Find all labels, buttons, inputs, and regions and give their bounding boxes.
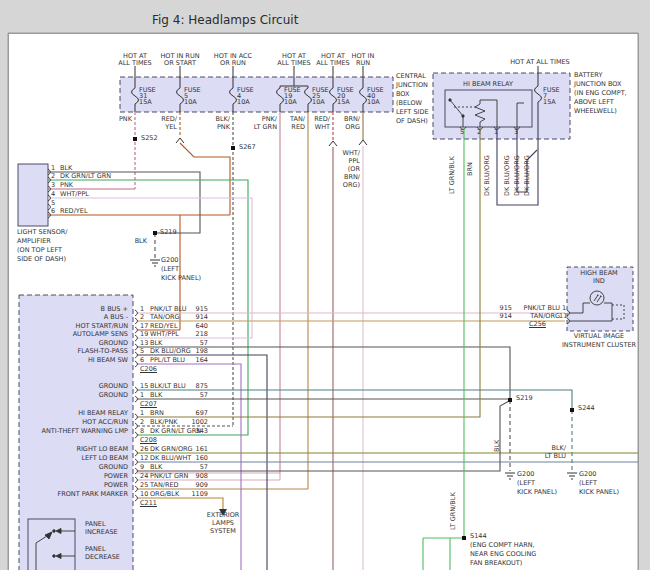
hot-feed-label: RUN: [341, 60, 385, 67]
sensor-wire: DK GRN/LT GRN: [60, 173, 111, 180]
row-circuit: 164: [178, 357, 208, 364]
wire-color-label: (OR: [330, 166, 360, 173]
wire-color-label: BRN/: [330, 116, 360, 123]
row-circuit: 640: [178, 323, 208, 330]
cluster-pin: 11: [559, 313, 567, 320]
wire-color-label: BLK/: [200, 116, 230, 123]
cluster-circuit: 914: [490, 313, 512, 320]
wire-color-label: PNK: [102, 116, 132, 123]
row-wire: BRN: [150, 410, 164, 417]
hot-feed-label: HOT AT ALL TIMES: [505, 59, 575, 66]
component-caption: SIDE OF DASH): [17, 256, 66, 263]
fuse-rating: 10A: [184, 99, 197, 106]
splice-label: S244: [578, 405, 595, 412]
wire-color-label: BLK: [494, 440, 501, 452]
sensor-pin: 4: [51, 191, 55, 198]
splice-label: S252: [141, 135, 158, 142]
wire-color-label: PNK/: [247, 116, 277, 123]
row-function: POWER: [13, 482, 128, 489]
row-function: HI BEAM RELAY: [13, 410, 128, 417]
row-pin: 15: [140, 383, 148, 390]
row-circuit: 908: [178, 473, 208, 480]
ground-label: (LEFT: [161, 266, 179, 273]
row-circuit: 343: [178, 428, 208, 435]
row-pin: 1: [140, 306, 144, 313]
row-pin: 8: [140, 428, 144, 435]
fuse-rating: 10A: [367, 99, 380, 106]
sensor-wire: WHT/PPL: [60, 191, 89, 198]
connector-label: C207: [140, 401, 157, 408]
relay-pin: 5: [460, 129, 464, 136]
wire-color-label: LT BLU: [536, 453, 566, 460]
connector-label: C206: [140, 366, 157, 373]
row-pin: 6: [140, 357, 144, 364]
bjb-caption: BATTERY: [574, 72, 602, 79]
connector-label: C208: [140, 437, 157, 444]
splice-note: FAN BREAKOUT): [470, 560, 522, 567]
row-pin: 10: [140, 491, 148, 498]
sensor-wire: PNK: [60, 182, 73, 189]
wire-color-label: LT GRN: [247, 124, 277, 131]
ground-label: KICK PANEL): [517, 489, 557, 496]
ground-label: (LEFT: [579, 480, 597, 487]
relay-caption: HI BEAM RELAY: [455, 81, 521, 88]
row-wire: BLK/PNK: [150, 419, 178, 426]
sensor-wire: RED/YEL: [60, 208, 88, 215]
cluster-wire: PNK/LT BLU: [514, 305, 560, 312]
bjb-caption: JUNCTION BOX: [574, 81, 622, 88]
cluster-pin: 1: [562, 305, 566, 312]
ground-label: G200: [579, 471, 596, 478]
cjb-caption: OF DASH): [396, 118, 428, 125]
row-function: HI BEAM SW: [13, 357, 128, 364]
row-pin: 25: [140, 482, 148, 489]
panel-label: INCREASE: [85, 529, 118, 536]
panel-label: PANEL: [85, 546, 106, 553]
row-pin: 5: [140, 348, 144, 355]
ground-label: G200: [517, 471, 534, 478]
row-circuit: 198: [178, 348, 208, 355]
row-circuit: 57: [178, 392, 208, 399]
row-function: B BUS +: [13, 306, 128, 313]
splice-label: S219: [516, 395, 533, 402]
wire-color-label: BRN: [467, 162, 474, 176]
row-function: A BUS -: [13, 314, 128, 321]
row-function: FRONT PARK MARKER: [13, 491, 128, 498]
sensor-wire: BLK: [60, 165, 72, 172]
component-caption: AMPLIFIER: [17, 238, 51, 245]
row-pin: 26: [140, 446, 148, 453]
row-circuit: 909: [178, 482, 208, 489]
row-wire: BLK: [150, 392, 162, 399]
splice-label: S144: [470, 533, 487, 540]
wire-color-label: RED/: [300, 116, 330, 123]
cluster-circuit: 915: [490, 305, 512, 312]
sensor-pin: 1: [51, 165, 55, 172]
row-function: GROUND: [13, 383, 128, 390]
row-circuit: 57: [178, 340, 208, 347]
hot-feed-label: OR START: [158, 60, 202, 67]
wire-color-label: DK BLU/ORG: [524, 155, 531, 196]
row-wire: BLK: [150, 340, 162, 347]
row-circuit: 915: [178, 306, 208, 313]
row-pin: 1: [140, 392, 144, 399]
relay-pin: 2: [477, 129, 481, 136]
cluster-wire: TAN/ORG: [514, 313, 560, 320]
fuse-rating: 15A: [543, 99, 556, 106]
row-function: HOT START/RUN: [13, 323, 128, 330]
wire-color-label: WHT/: [330, 150, 360, 157]
ground-label: KICK PANEL): [579, 489, 619, 496]
row-function: GROUND: [13, 464, 128, 471]
row-function: GROUND: [13, 340, 128, 347]
sensor-pin: 5: [51, 200, 55, 207]
connector-label: C211: [140, 500, 157, 507]
bjb-caption: ABOVE LEFT: [574, 99, 614, 106]
wire-color-label: PNK: [200, 124, 230, 131]
cluster-caption: INSTRUMENT CLUSTER: [558, 342, 640, 349]
row-wire: ORG/BLK: [150, 491, 179, 498]
row-pin: 2: [140, 419, 144, 426]
row-pin: 19: [140, 331, 148, 338]
row-wire: WHT/PPL: [150, 331, 179, 338]
wire-color-label: WHT: [300, 124, 330, 131]
row-pin: 17: [140, 323, 148, 330]
hot-feed-label: OR RUN: [211, 60, 255, 67]
ground-label: (LEFT: [517, 480, 535, 487]
